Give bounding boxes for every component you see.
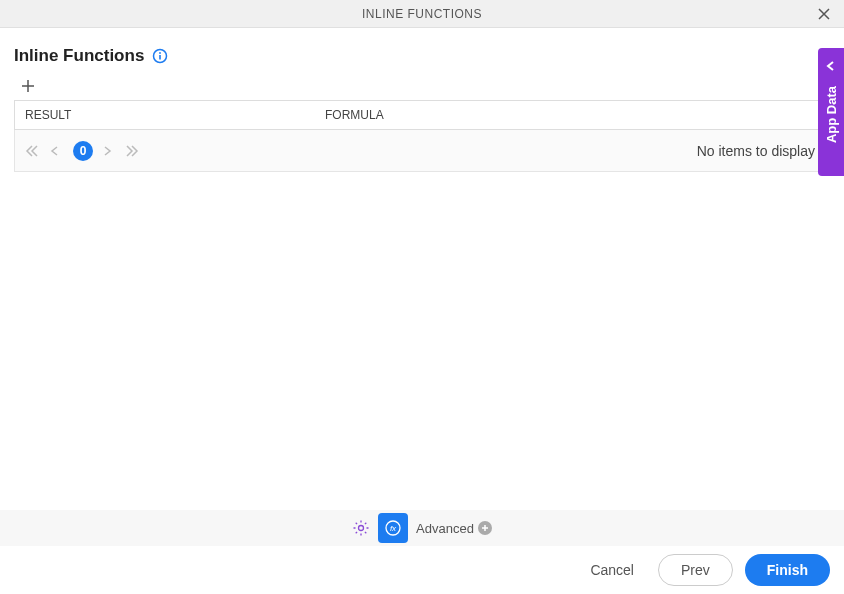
cancel-button[interactable]: Cancel	[578, 554, 646, 586]
pager-next-icon[interactable]	[101, 143, 117, 159]
plus-circle-icon	[478, 521, 492, 535]
app-data-side-tab[interactable]: App Data	[818, 48, 844, 176]
pager-first-icon[interactable]	[25, 143, 41, 159]
pager-current-page[interactable]: 0	[73, 141, 93, 161]
side-tab-label: App Data	[824, 86, 839, 143]
content-area: Inline Functions RESULT FORMULA 0	[0, 28, 844, 172]
table-footer: 0 No items to display	[14, 130, 830, 172]
advanced-label-text: Advanced	[416, 521, 474, 536]
empty-message: No items to display	[697, 143, 819, 159]
svg-point-3	[359, 526, 364, 531]
info-icon[interactable]	[152, 48, 168, 64]
table-header-row: RESULT FORMULA	[14, 100, 830, 130]
svg-text:fx: fx	[390, 524, 397, 533]
modal-header: INLINE FUNCTIONS	[0, 0, 844, 28]
bottom-toolbar: fx Advanced	[0, 510, 844, 546]
advanced-toggle[interactable]: Advanced	[416, 521, 492, 536]
action-bar: Cancel Prev Finish	[0, 546, 844, 594]
add-button[interactable]	[18, 76, 38, 96]
svg-point-1	[159, 52, 161, 54]
modal-title: INLINE FUNCTIONS	[362, 7, 482, 21]
svg-rect-2	[160, 55, 162, 60]
finish-button[interactable]: Finish	[745, 554, 830, 586]
fx-icon[interactable]: fx	[378, 513, 408, 543]
pager-prev-icon[interactable]	[49, 143, 65, 159]
column-header-formula[interactable]: FORMULA	[315, 108, 829, 122]
pager: 0	[25, 141, 141, 161]
gear-icon[interactable]	[352, 519, 370, 537]
prev-button[interactable]: Prev	[658, 554, 733, 586]
page-title: Inline Functions	[14, 46, 144, 66]
table-container: RESULT FORMULA 0 No items to display	[14, 100, 830, 172]
title-row: Inline Functions	[14, 46, 830, 66]
close-icon[interactable]	[814, 4, 834, 24]
chevron-left-icon	[825, 58, 837, 76]
pager-last-icon[interactable]	[125, 143, 141, 159]
column-header-result[interactable]: RESULT	[15, 108, 315, 122]
